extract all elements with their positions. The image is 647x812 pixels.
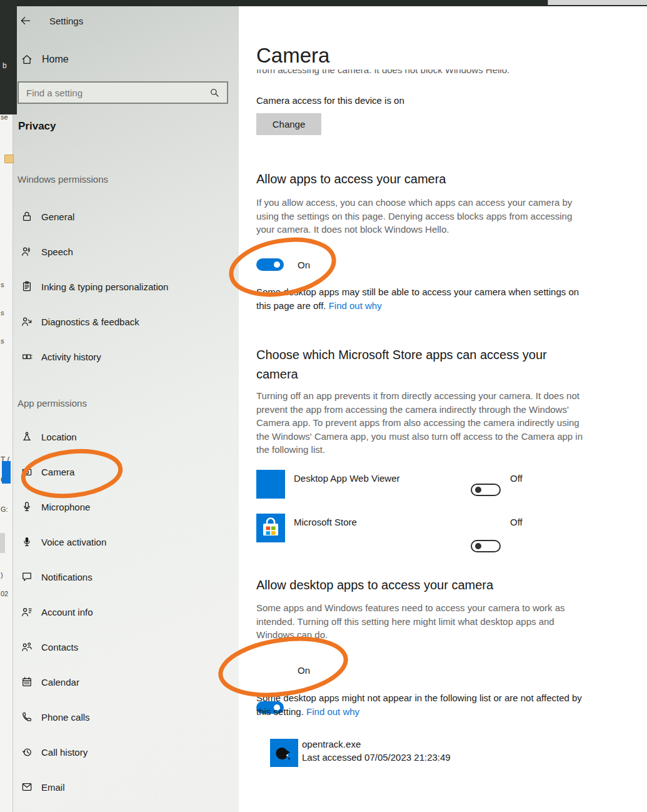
sidebar-item-calendar[interactable]: Calendar bbox=[13, 664, 239, 699]
diagnostics-icon bbox=[21, 315, 33, 328]
sidebar-item-camera[interactable]: Camera bbox=[13, 454, 239, 489]
upload-arrow-icon: ▲ bbox=[566, 0, 573, 1]
allow-apps-description: If you allow access, you can choose whic… bbox=[256, 196, 583, 236]
call-history-icon bbox=[21, 746, 33, 758]
search-icon[interactable] bbox=[208, 87, 221, 98]
microsoft-store-toggle[interactable] bbox=[471, 540, 501, 552]
nav-group-header-windows-permissions: Windows permissions bbox=[18, 174, 239, 186]
toggle-knob bbox=[274, 261, 280, 268]
app-name: Desktop App Web Viewer bbox=[294, 473, 400, 484]
search-input[interactable] bbox=[19, 88, 208, 98]
sidebar-item-inking-typing[interactable]: Inking & typing personalization bbox=[13, 269, 239, 304]
toggle-knob bbox=[475, 487, 481, 493]
phone-icon bbox=[21, 711, 33, 723]
device-access-status: Camera access for this device is on bbox=[256, 95, 404, 106]
background-window-sliver: se s s s T ( O G: ) 02 bbox=[0, 114, 13, 812]
sidebar-item-activity-history[interactable]: Activity history bbox=[13, 339, 239, 374]
contacts-icon bbox=[21, 641, 33, 653]
sidebar-item-location[interactable]: Location bbox=[13, 419, 239, 454]
toggle-label: Off bbox=[510, 473, 523, 484]
folder-icon bbox=[4, 155, 14, 163]
allow-apps-toggle-label: On bbox=[298, 260, 310, 270]
sidebar-item-voice-activation[interactable]: Voice activation bbox=[13, 524, 239, 559]
sidebar: Settings Home Privacy Windows permission… bbox=[13, 6, 239, 812]
background-gray-block bbox=[0, 533, 5, 553]
activity-history-icon bbox=[21, 350, 33, 363]
nav-group-header-app-permissions: App permissions bbox=[18, 398, 239, 410]
background-window-dark-corner: b bbox=[0, 0, 17, 114]
clipboard-icon bbox=[21, 280, 33, 293]
desktop-app-name: opentrack.exe bbox=[302, 739, 361, 749]
change-button[interactable]: Change bbox=[256, 113, 321, 135]
home-label: Home bbox=[42, 54, 69, 65]
store-apps-description: Turning off an app prevents it from dire… bbox=[256, 389, 586, 457]
sidebar-item-call-history[interactable]: Call history bbox=[13, 734, 239, 769]
clipped-scrolled-text: from accessing the camera. It does not b… bbox=[256, 69, 594, 78]
sidebar-item-phone-calls[interactable]: Phone calls bbox=[13, 699, 239, 734]
sidebar-nav: Windows permissions General Speech Inkin… bbox=[13, 174, 239, 804]
email-icon bbox=[21, 781, 33, 793]
desktop-apps-heading: Allow desktop apps to access your camera bbox=[256, 576, 493, 595]
camera-icon bbox=[21, 465, 33, 478]
sidebar-item-speech[interactable]: Speech bbox=[13, 234, 239, 269]
desktop-app-web-viewer-toggle[interactable] bbox=[471, 484, 501, 496]
sidebar-item-general[interactable]: General bbox=[13, 199, 239, 234]
sidebar-item-notifications[interactable]: Notifications bbox=[13, 559, 239, 594]
speech-icon bbox=[21, 245, 33, 258]
toggle-knob bbox=[475, 543, 481, 549]
store-apps-heading: Choose which Microsoft Store apps can ac… bbox=[256, 345, 569, 384]
settings-window: Settings Home Privacy Windows permission… bbox=[0, 0, 647, 812]
download-arrow-icon: ▼ bbox=[574, 0, 581, 1]
lock-icon bbox=[21, 210, 33, 223]
sidebar-item-diagnostics-feedback[interactable]: Diagnostics & feedback bbox=[13, 304, 239, 339]
calendar-icon bbox=[21, 676, 33, 688]
location-icon bbox=[21, 430, 33, 443]
voice-activation-icon bbox=[21, 535, 33, 548]
sidebar-item-email[interactable]: Email bbox=[13, 769, 239, 804]
window-title: Settings bbox=[49, 16, 83, 26]
microphone-icon bbox=[21, 500, 33, 513]
desktop-app-web-viewer-icon bbox=[256, 470, 285, 499]
background-selection-bar bbox=[2, 461, 11, 484]
nordvpn-window-fragment[interactable]: ▲▼NordVPN bbox=[548, 0, 647, 5]
sidebar-item-microphone[interactable]: Microphone bbox=[13, 489, 239, 524]
find-out-why-link[interactable]: Find out why bbox=[329, 300, 382, 311]
main-content: Camera from accessing the camera. It doe… bbox=[239, 6, 647, 812]
desktop-app-last-accessed: Last accessed 07/05/2023 21:23:49 bbox=[302, 752, 451, 763]
find-out-why-link[interactable]: Find out why bbox=[306, 706, 359, 717]
account-info-icon bbox=[21, 606, 33, 618]
home-icon bbox=[21, 53, 33, 66]
desktop-apps-toggle-label: On bbox=[298, 665, 310, 676]
page-title: Privacy bbox=[18, 120, 56, 133]
back-arrow-icon[interactable] bbox=[19, 14, 32, 28]
page-heading: Camera bbox=[256, 44, 329, 68]
search-box bbox=[18, 81, 228, 104]
nordvpn-title: NordVPN bbox=[592, 0, 628, 1]
opentrack-icon bbox=[270, 739, 298, 767]
allow-apps-toggle[interactable] bbox=[256, 258, 284, 271]
app-name: Microsoft Store bbox=[294, 517, 357, 527]
microsoft-store-icon bbox=[256, 514, 285, 542]
sidebar-item-account-info[interactable]: Account info bbox=[13, 594, 239, 629]
allow-apps-note: Some desktop apps may still be able to a… bbox=[256, 285, 583, 313]
toggle-label: Off bbox=[510, 517, 523, 527]
desktop-apps-description: Some apps and Windows features need to a… bbox=[256, 601, 588, 642]
sidebar-item-home[interactable]: Home bbox=[21, 53, 69, 66]
notifications-icon bbox=[21, 571, 33, 583]
allow-apps-heading: Allow apps to access your camera bbox=[256, 170, 446, 189]
sidebar-item-contacts[interactable]: Contacts bbox=[13, 629, 239, 664]
desktop-apps-note: Some desktop apps might not appear in th… bbox=[256, 691, 588, 719]
